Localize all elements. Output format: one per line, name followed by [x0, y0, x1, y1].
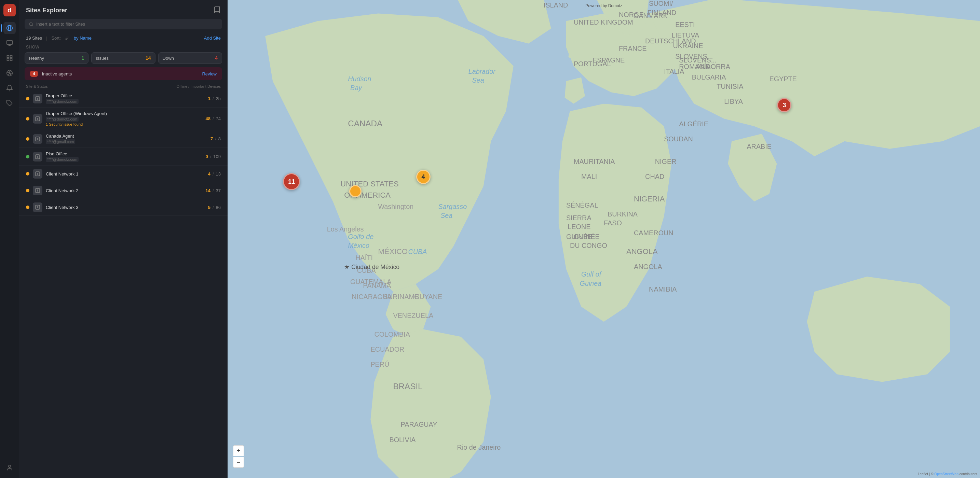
- svg-text:DANMARK: DANMARK: [634, 12, 668, 19]
- svg-text:NIGER: NIGER: [655, 158, 676, 165]
- nav-globe[interactable]: [3, 22, 16, 34]
- svg-text:LIETUVA: LIETUVA: [671, 32, 700, 39]
- svg-text:SÉNÉGAL: SÉNÉGAL: [566, 202, 598, 209]
- total-count: 13: [216, 172, 221, 176]
- svg-text:MAURITANIA: MAURITANIA: [574, 158, 615, 165]
- list-item[interactable]: Client Network 1 4 / 13: [19, 165, 228, 182]
- svg-text:Golfo de: Golfo de: [348, 233, 374, 240]
- svg-text:Washington: Washington: [378, 203, 414, 210]
- offline-count: 4: [208, 172, 210, 176]
- svg-text:BRASIL: BRASIL: [393, 382, 422, 391]
- site-counts: 5 / 86: [208, 205, 221, 210]
- issues-count: 14: [146, 55, 151, 61]
- nav-person[interactable]: [3, 462, 16, 474]
- site-info: Client Network 3: [46, 205, 205, 210]
- filter-row: Healthy 1 Issues 14 Down 4: [19, 51, 228, 67]
- svg-text:México: México: [348, 242, 369, 249]
- svg-rect-4: [10, 56, 12, 58]
- filter-issues[interactable]: Issues 14: [91, 52, 155, 64]
- osm-link[interactable]: OpenStreetMap: [934, 472, 958, 476]
- panel-meta: 19 Sites | Sort: by Name Add Site: [19, 33, 228, 43]
- nav-devices[interactable]: [3, 37, 16, 49]
- cluster-marker[interactable]: 4: [416, 170, 431, 184]
- filter-healthy[interactable]: Healthy 1: [25, 52, 89, 64]
- book-icon[interactable]: [213, 6, 221, 15]
- svg-text:ANGOLA: ANGOLA: [626, 247, 658, 256]
- filter-down[interactable]: Down 4: [158, 52, 222, 64]
- svg-line-11: [32, 25, 33, 26]
- list-item[interactable]: Draper Office (Windows Agent) ****@domot…: [19, 108, 228, 130]
- svg-text:UNITED KINGDOM: UNITED KINGDOM: [574, 18, 633, 26]
- list-item[interactable]: Canada Agent ****@gmail.com 7 / 8: [19, 130, 228, 148]
- site-name: Client Network 2: [46, 188, 202, 193]
- healthy-count: 1: [82, 55, 84, 61]
- site-email: ****@gmail.com: [46, 139, 75, 144]
- svg-text:BOLIVIA: BOLIVIA: [389, 436, 416, 443]
- search-bar[interactable]: [25, 19, 222, 29]
- site-email: ****@domotz.com: [46, 117, 79, 122]
- svg-rect-3: [7, 56, 9, 58]
- svg-text:Gulf of: Gulf of: [581, 270, 602, 278]
- svg-text:ALGÉRIE: ALGÉRIE: [679, 120, 708, 128]
- site-counts: 48 / 74: [205, 116, 221, 121]
- site-icon: [33, 169, 42, 179]
- site-info: Canada Agent ****@gmail.com: [46, 133, 207, 144]
- svg-text:NICARAGUA: NICARAGUA: [352, 293, 392, 300]
- site-icon: [33, 152, 42, 162]
- zoom-in-button[interactable]: +: [233, 445, 244, 456]
- sort-by-name[interactable]: by Name: [74, 35, 92, 41]
- review-link[interactable]: Review: [202, 71, 216, 76]
- site-info: Client Network 1: [46, 172, 205, 176]
- list-item[interactable]: Pisa Office ****@domotz.com 0 / 109: [19, 148, 228, 165]
- total-count: 25: [216, 96, 221, 101]
- svg-text:MÉXICO: MÉXICO: [378, 247, 408, 256]
- site-name: Draper Office: [46, 93, 205, 98]
- nav-monitor[interactable]: [3, 67, 16, 79]
- svg-text:FRANCE: FRANCE: [619, 45, 646, 52]
- svg-text:MALI: MALI: [581, 173, 597, 180]
- nav-bell[interactable]: [3, 82, 16, 94]
- site-counts: 1 / 25: [208, 96, 221, 101]
- cluster-marker[interactable]: 11: [283, 173, 300, 190]
- app-logo[interactable]: d: [3, 4, 16, 16]
- agent-icon: [35, 116, 40, 122]
- cluster-marker[interactable]: [349, 185, 361, 197]
- list-item[interactable]: Client Network 3 5 / 86: [19, 199, 228, 216]
- svg-text:LEONE: LEONE: [568, 223, 590, 230]
- site-name: Client Network 1: [46, 172, 205, 176]
- svg-text:VENEZUELA: VENEZUELA: [393, 312, 434, 319]
- map-attribution: Leaflet | © OpenStreetMap contributors: [918, 472, 977, 476]
- svg-text:ECUADOR: ECUADOR: [371, 346, 404, 353]
- zoom-out-button[interactable]: −: [233, 457, 244, 468]
- svg-text:BURKINA: BURKINA: [608, 210, 638, 218]
- col-devices: Offline / Important Devices: [177, 84, 221, 89]
- svg-text:NIGERIA: NIGERIA: [634, 195, 665, 203]
- cluster-marker[interactable]: 3: [777, 98, 791, 112]
- svg-text:PERÚ: PERÚ: [371, 360, 389, 368]
- site-name: Pisa Office: [46, 151, 202, 156]
- total-count: 74: [216, 116, 221, 121]
- svg-text:NAMIBIA: NAMIBIA: [649, 286, 677, 293]
- site-icon: [33, 94, 42, 103]
- list-item[interactable]: Client Network 2 14 / 37: [19, 182, 228, 199]
- nav-grid[interactable]: [3, 52, 16, 64]
- agent-icon: [35, 205, 40, 210]
- list-item[interactable]: Draper Office ****@domotz.com 1 / 25: [19, 90, 228, 108]
- site-icon: [33, 202, 42, 212]
- svg-text:CANADA: CANADA: [348, 119, 383, 128]
- svg-text:Los Angeles: Los Angeles: [327, 226, 364, 233]
- sites-list: Draper Office ****@domotz.com 1 / 25 Dra…: [19, 90, 228, 478]
- svg-text:LIBYA: LIBYA: [724, 98, 743, 105]
- search-input[interactable]: [36, 22, 218, 27]
- issues-label: Issues: [95, 56, 109, 61]
- svg-text:TUNISIA: TUNISIA: [716, 83, 743, 90]
- site-email: ****@domotz.com: [46, 157, 79, 162]
- agent-icon: [35, 171, 40, 176]
- offline-count: 7: [210, 136, 213, 141]
- svg-text:Guinea: Guinea: [580, 279, 602, 287]
- add-site-button[interactable]: Add Site: [204, 35, 221, 41]
- nav-puzzle[interactable]: [3, 97, 16, 109]
- site-name: Draper Office (Windows Agent): [46, 111, 202, 116]
- svg-text:ARABIE: ARABIE: [747, 143, 772, 150]
- inactive-badge: 4: [30, 71, 38, 77]
